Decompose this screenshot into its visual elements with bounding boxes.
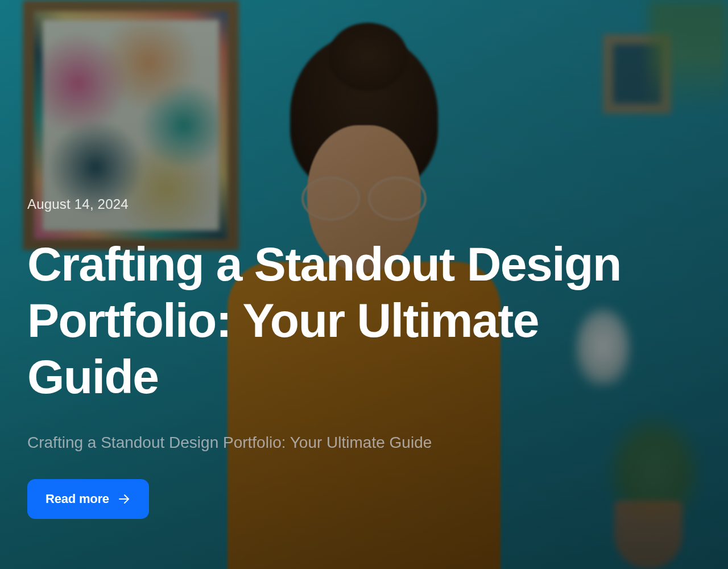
- arrow-right-icon: [117, 492, 131, 506]
- hero-content: August 14, 2024 Crafting a Standout Desi…: [27, 196, 653, 542]
- article-subtitle: Crafting a Standout Design Portfolio: Yo…: [27, 434, 653, 452]
- article-title: Crafting a Standout Design Portfolio: Yo…: [27, 236, 653, 405]
- read-more-label: Read more: [46, 492, 109, 506]
- read-more-button[interactable]: Read more: [27, 479, 149, 519]
- article-date: August 14, 2024: [27, 196, 653, 212]
- hero-container: August 14, 2024 Crafting a Standout Desi…: [0, 0, 728, 569]
